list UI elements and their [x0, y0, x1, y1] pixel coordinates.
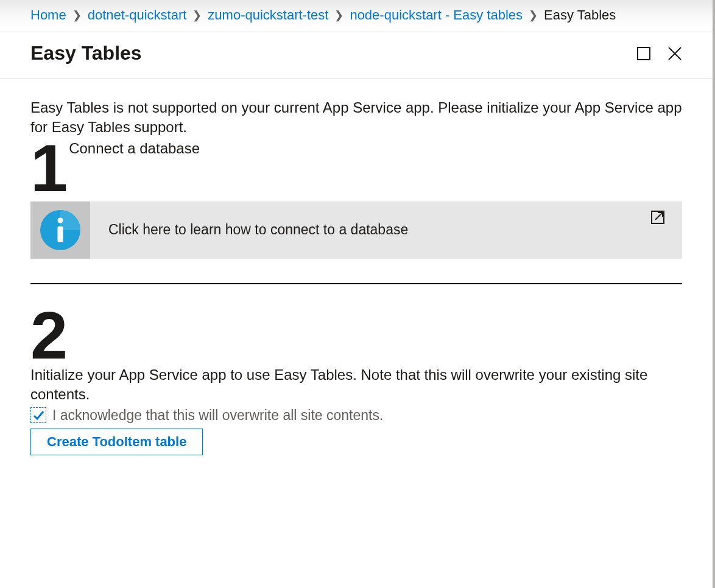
maximize-button[interactable] — [637, 47, 650, 60]
step-2-text: Initialize your App Service app to use E… — [30, 365, 682, 405]
intro-text: Easy Tables is not supported on your cur… — [30, 98, 682, 138]
breadcrumb-link-zumo-quickstart-test[interactable]: zumo-quickstart-test — [208, 7, 328, 23]
create-todoitem-table-button[interactable]: Create TodoItem table — [30, 429, 203, 455]
breadcrumb-link-home[interactable]: Home — [30, 7, 66, 23]
acknowledge-checkbox[interactable] — [30, 407, 46, 423]
maximize-icon — [637, 47, 650, 60]
step-2-number: 2 — [30, 305, 682, 365]
page-title: Easy Tables — [30, 42, 142, 65]
breadcrumb-link-dotnet-quickstart[interactable]: dotnet-quickstart — [88, 7, 187, 23]
external-link-icon — [650, 210, 665, 225]
external-link-button[interactable] — [650, 210, 665, 229]
svg-point-4 — [58, 217, 63, 223]
blade-header: Easy Tables — [0, 32, 713, 79]
svg-line-7 — [655, 212, 663, 220]
check-icon — [32, 409, 44, 421]
chevron-right-icon: ❯ — [529, 9, 538, 22]
close-icon — [667, 46, 682, 61]
divider — [30, 283, 682, 284]
info-icon — [40, 210, 80, 250]
acknowledge-label: I acknowledge that this will overwrite a… — [52, 406, 383, 425]
step-1-number: 1 — [30, 138, 65, 198]
chevron-right-icon: ❯ — [334, 9, 343, 22]
svg-rect-0 — [638, 47, 650, 60]
svg-rect-5 — [58, 226, 63, 242]
step-1-title: Connect a database — [69, 139, 200, 158]
close-button[interactable] — [667, 46, 682, 61]
breadcrumb-link-node-quickstart[interactable]: node-quickstart - Easy tables — [350, 7, 523, 23]
chevron-right-icon: ❯ — [192, 9, 202, 22]
info-icon-wrap — [30, 201, 90, 259]
chevron-right-icon: ❯ — [72, 9, 82, 22]
info-banner-text: Click here to learn how to connect to a … — [90, 201, 682, 259]
breadcrumb-current: Easy Tables — [544, 7, 616, 23]
info-banner[interactable]: Click here to learn how to connect to a … — [30, 201, 682, 259]
breadcrumb: Home ❯ dotnet-quickstart ❯ zumo-quicksta… — [0, 0, 713, 30]
